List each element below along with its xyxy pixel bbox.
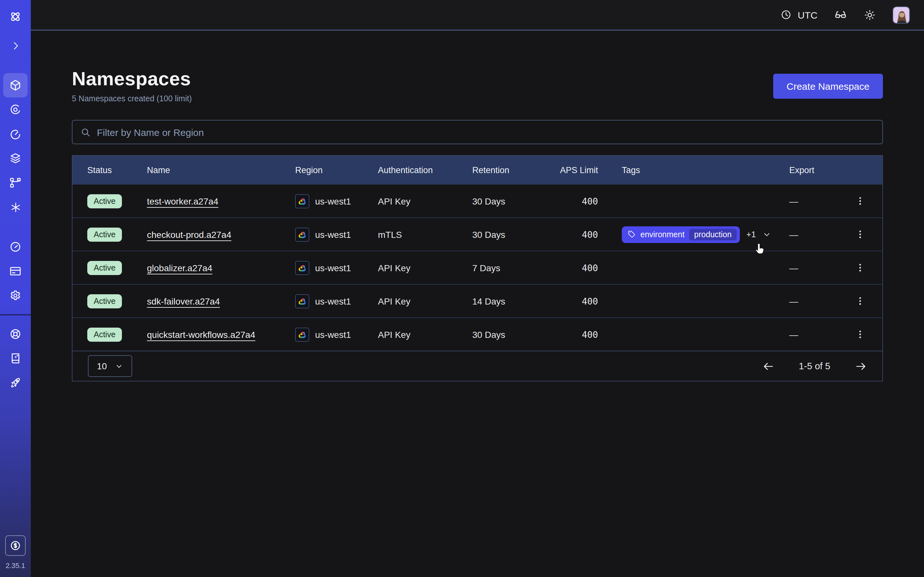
region-label: us-west1 (315, 229, 351, 239)
labs-toggle-button[interactable] (834, 8, 847, 21)
table-footer: 10 1-5 of 5 (73, 351, 882, 381)
export-value: — (789, 263, 798, 273)
namespace-link[interactable]: test-worker.a27a4 (147, 196, 218, 206)
pagination-range: 1-5 of 5 (799, 361, 830, 371)
theme-toggle-button[interactable] (864, 9, 876, 21)
app-version: 2.35.1 (5, 562, 25, 569)
row-menu-button[interactable] (855, 295, 866, 306)
table-row: Active checkout-prod.a27a4 us-west1 mTLS (73, 218, 882, 251)
next-page-button[interactable] (855, 360, 867, 372)
sidebar-item-docs[interactable] (0, 346, 31, 371)
sidebar: 2.35.1 (0, 0, 31, 577)
auth-method: API Key (378, 329, 472, 340)
export-value: — (789, 329, 798, 340)
aps-limit-value: 400 (545, 329, 601, 340)
sun-icon (864, 9, 876, 21)
gcp-logo-icon (295, 261, 309, 275)
row-menu-button[interactable] (855, 229, 866, 240)
topbar: UTC (31, 0, 924, 31)
namespace-link[interactable]: quickstart-workflows.a27a4 (147, 329, 255, 340)
temporal-logo[interactable] (0, 0, 31, 33)
column-header-retention: Retention (472, 165, 545, 175)
sidebar-item-getting-started[interactable] (0, 371, 31, 395)
namespace-link[interactable]: sdk-failover.a27a4 (147, 296, 220, 306)
status-badge: Active (87, 194, 122, 208)
branch-icon (9, 176, 22, 189)
page-title: Namespaces (72, 68, 192, 90)
auth-method: API Key (378, 296, 472, 306)
timezone-button[interactable]: UTC (780, 9, 817, 21)
region-label: us-west1 (315, 296, 351, 306)
credits-button[interactable] (5, 535, 26, 556)
user-avatar[interactable] (893, 6, 910, 23)
sidebar-item-settings[interactable] (0, 284, 31, 308)
sidebar-item-billing[interactable] (0, 259, 31, 284)
column-header-tags: Tags (601, 165, 782, 175)
sidebar-item-namespaces[interactable] (0, 73, 31, 97)
table-row: Active globalizer.a27a4 us-west1 API Key (73, 251, 882, 284)
export-value: — (789, 296, 798, 306)
sidebar-item-nexus[interactable] (0, 171, 31, 195)
radar-icon (9, 103, 22, 116)
tags-cell: environment production +1 (622, 226, 782, 243)
auth-method: mTLS (378, 229, 472, 239)
avatar-image (893, 7, 910, 23)
previous-page-button[interactable] (762, 360, 774, 372)
chevron-down-icon (115, 362, 123, 370)
status-badge: Active (87, 227, 122, 242)
region-label: us-west1 (315, 263, 351, 273)
sidebar-item-radar[interactable] (0, 97, 31, 122)
billing-card-icon (9, 265, 22, 277)
kebab-icon (855, 295, 866, 306)
sidebar-item-support[interactable] (0, 322, 31, 346)
retention-value: 30 Days (472, 329, 545, 340)
tag-value: production (689, 229, 737, 240)
kebab-icon (855, 229, 866, 240)
aps-limit-value: 400 (545, 196, 601, 206)
auth-method: API Key (378, 196, 472, 206)
export-value: — (789, 196, 798, 206)
filter-bar (72, 120, 883, 144)
cube-icon (9, 79, 22, 92)
sidebar-item-nexus-endpoints[interactable] (0, 195, 31, 219)
arrow-left-icon (762, 360, 774, 372)
row-menu-button[interactable] (855, 329, 866, 340)
lifebuoy-icon (9, 327, 22, 340)
row-menu-button[interactable] (855, 262, 866, 273)
sidebar-expand-button[interactable] (0, 33, 31, 58)
sidebar-divider (0, 314, 31, 316)
tag-chip[interactable]: environment production (622, 226, 740, 243)
search-icon (80, 127, 91, 137)
table-row: Active test-worker.a27a4 us-west1 API Ke… (73, 184, 882, 218)
row-menu-button[interactable] (855, 195, 866, 206)
sidebar-item-usage[interactable] (0, 235, 31, 259)
table-row: Active sdk-failover.a27a4 us-west1 API K… (73, 284, 882, 318)
gcp-logo-icon (295, 227, 309, 242)
kebab-icon (855, 262, 866, 273)
asterisk-icon (9, 201, 21, 213)
namespace-link[interactable]: checkout-prod.a27a4 (147, 229, 231, 239)
book-sparkle-icon (9, 352, 22, 365)
column-header-region: Region (295, 165, 378, 175)
gauge-icon (9, 240, 22, 253)
sidebar-item-schedules[interactable] (0, 122, 31, 146)
page-size-select[interactable]: 10 (88, 355, 132, 377)
timezone-label: UTC (798, 9, 817, 20)
create-namespace-button[interactable]: Create Namespace (773, 74, 883, 99)
kebab-icon (855, 329, 866, 340)
namespaces-table: Status Name Region Authentication Retent… (72, 155, 883, 382)
status-badge: Active (87, 294, 122, 308)
main-content: Namespaces 5 Namespaces created (100 lim… (72, 31, 883, 382)
filter-input[interactable] (97, 127, 875, 137)
gear-icon (9, 289, 22, 302)
namespace-link[interactable]: globalizer.a27a4 (147, 263, 212, 273)
sidebar-item-deployments[interactable] (0, 146, 31, 171)
arrow-right-icon (855, 360, 867, 372)
table-header-row: Status Name Region Authentication Retent… (73, 156, 882, 184)
dollar-badge-icon (9, 539, 22, 552)
export-value: — (789, 229, 798, 239)
gcp-logo-icon (295, 294, 309, 308)
tag-icon (628, 230, 636, 239)
chevron-down-icon[interactable] (762, 230, 771, 239)
gcp-logo-icon (295, 327, 309, 342)
